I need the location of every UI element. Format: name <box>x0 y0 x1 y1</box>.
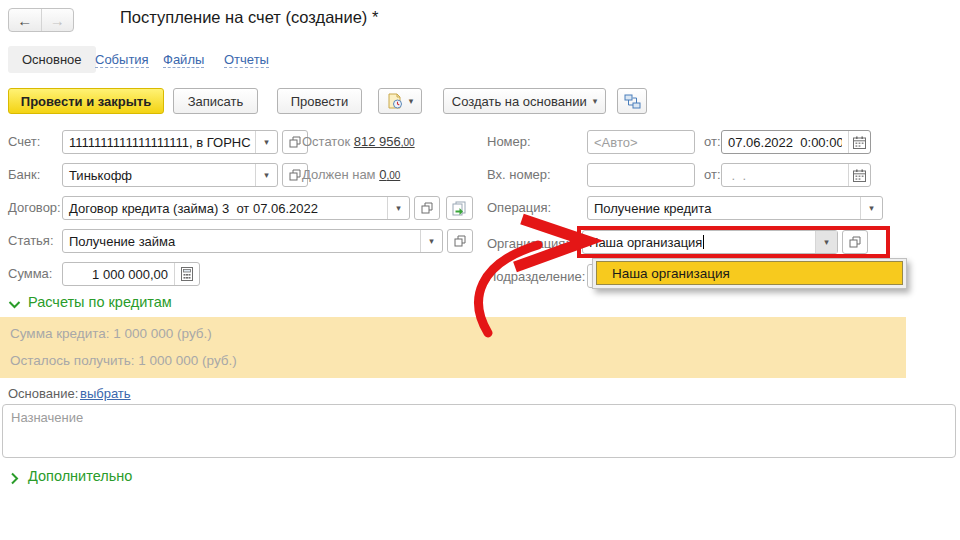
bank-dropdown-button[interactable]: ▾ <box>255 164 277 186</box>
calendar-icon <box>853 136 866 149</box>
forward-button[interactable]: → <box>42 9 74 31</box>
tab-main[interactable]: Основное <box>8 46 96 73</box>
amount-label: Сумма: <box>8 266 52 281</box>
organization-field[interactable]: Наша организация ▾ <box>582 230 838 254</box>
chevron-down-icon: ▾ <box>396 204 401 213</box>
tab-files[interactable]: Файлы <box>163 52 204 68</box>
organization-value[interactable]: Наша организация <box>583 231 815 253</box>
bank-label: Банк: <box>8 167 40 182</box>
article-field[interactable]: Получение займа ▾ <box>62 229 443 253</box>
number-label: Номер: <box>487 134 531 149</box>
bank-value[interactable]: Тинькофф <box>63 164 255 186</box>
incoming-number-label: Вх. номер: <box>487 167 551 182</box>
number-from-label: от: <box>704 134 721 149</box>
account-label: Счет: <box>8 134 40 149</box>
chevron-down-icon: ▾ <box>264 138 269 147</box>
calculator-button[interactable] <box>174 263 199 285</box>
chevron-right-green-icon[interactable] <box>10 472 19 485</box>
calculator-icon <box>181 267 193 281</box>
incoming-number-input[interactable] <box>587 163 695 187</box>
open-link-icon <box>849 236 861 248</box>
open-link-icon <box>289 136 301 148</box>
chevron-down-icon: ▾ <box>824 238 829 247</box>
chevron-down-icon: ▾ <box>429 237 434 246</box>
credit-amount-line: Сумма кредита: 1 000 000 (руб.) <box>10 326 212 341</box>
account-dropdown-button[interactable]: ▾ <box>255 131 277 153</box>
more-section-title[interactable]: Дополнительно <box>28 468 132 484</box>
open-link-icon <box>289 169 301 181</box>
write-button[interactable]: Записать <box>173 88 258 114</box>
date-field[interactable] <box>721 130 871 154</box>
contract-label: Договор: <box>8 200 61 215</box>
organization-dropdown-button[interactable]: ▾ <box>815 231 837 253</box>
operation-label: Операция: <box>487 200 551 215</box>
copy-document-green-arrow-icon <box>452 201 467 216</box>
tab-reports[interactable]: Отчеты <box>224 52 269 68</box>
back-arrow-icon: ← <box>17 12 32 29</box>
chevron-down-icon: ▾ <box>264 171 269 180</box>
account-value[interactable]: 1111111111111111111, в ГОРНС <box>63 131 255 153</box>
amount-field[interactable]: 1 000 000,00 <box>62 262 200 286</box>
operation-field[interactable]: Получение кредита ▾ <box>587 196 883 220</box>
chevron-down-icon: ▾ <box>409 97 414 106</box>
page-title: Поступление на счет (создание) * <box>120 8 378 27</box>
open-link-icon <box>454 235 466 247</box>
account-field[interactable]: 1111111111111111111, в ГОРНС ▾ <box>62 130 278 154</box>
history-nav: ← → <box>8 8 74 32</box>
credit-remaining-line: Осталось получить: 1 000 000 (руб.) <box>10 353 237 368</box>
chevron-down-green-icon[interactable] <box>8 300 21 309</box>
forward-arrow-icon: → <box>50 12 65 29</box>
text-cursor <box>703 235 704 249</box>
incoming-from-label: от: <box>704 167 721 182</box>
contract-field[interactable]: Договор кредита (займа) 3 от 07.06.2022 … <box>62 196 410 220</box>
organization-label: Организация: <box>487 236 569 251</box>
create-contract-copy-button[interactable] <box>446 196 473 220</box>
owed-value[interactable]: 0,00 <box>379 167 400 182</box>
basis-label: Основание: <box>8 386 78 401</box>
date-input[interactable] <box>722 131 848 153</box>
article-label: Статья: <box>8 233 54 248</box>
document-clock-icon <box>387 93 403 109</box>
owed-label: Должен нам <box>302 167 376 182</box>
contract-value[interactable]: Договор кредита (займа) 3 от 07.06.2022 <box>63 197 387 219</box>
balance-line: Остаток 812 956,00 <box>302 134 415 149</box>
purpose-textarea[interactable] <box>2 404 956 458</box>
number-input[interactable] <box>587 130 695 154</box>
tab-events[interactable]: События <box>95 52 149 68</box>
credit-section-title[interactable]: Расчеты по кредитам <box>28 294 172 310</box>
chevron-down-icon: ▾ <box>869 204 874 213</box>
amount-value[interactable]: 1 000 000,00 <box>63 263 174 285</box>
related-documents-icon <box>624 94 641 109</box>
contract-open-button[interactable] <box>414 196 440 220</box>
date-calendar-button[interactable] <box>848 131 870 153</box>
bank-field[interactable]: Тинькофф ▾ <box>62 163 278 187</box>
post-button[interactable]: Провести <box>277 88 362 114</box>
credit-info-block: Сумма кредита: 1 000 000 (руб.) Осталось… <box>0 317 906 378</box>
reminder-menu-button[interactable]: ▾ <box>378 88 422 114</box>
contract-dropdown-button[interactable]: ▾ <box>387 197 409 219</box>
article-dropdown-button[interactable]: ▾ <box>420 230 442 252</box>
related-documents-button[interactable] <box>617 88 647 114</box>
incoming-date-input[interactable] <box>722 164 848 186</box>
organization-dropdown-list: Наша организация <box>592 258 907 289</box>
organization-open-button[interactable] <box>842 230 868 254</box>
department-label: Подразделение: <box>487 269 585 284</box>
operation-value[interactable]: Получение кредита <box>588 197 860 219</box>
incoming-date-field[interactable] <box>721 163 871 187</box>
open-link-icon <box>421 202 433 214</box>
balance-value[interactable]: 812 956,00 <box>354 134 415 149</box>
basis-choose-link[interactable]: выбрать <box>80 386 131 401</box>
create-based-on-label: Создать на основании <box>452 94 587 109</box>
calendar-icon <box>853 169 866 182</box>
operation-dropdown-button[interactable]: ▾ <box>860 197 882 219</box>
back-button[interactable]: ← <box>9 9 42 31</box>
chevron-down-icon: ▾ <box>593 97 598 106</box>
article-value[interactable]: Получение займа <box>63 230 420 252</box>
post-and-close-button[interactable]: Провести и закрыть <box>8 88 164 114</box>
article-open-button[interactable] <box>447 229 473 253</box>
dropdown-item-selected[interactable]: Наша организация <box>596 261 903 285</box>
incoming-date-calendar-button[interactable] <box>848 164 870 186</box>
create-based-on-button[interactable]: Создать на основании ▾ <box>443 88 606 114</box>
owed-line: Должен нам 0,00 <box>302 167 400 182</box>
balance-label: Остаток <box>302 134 350 149</box>
